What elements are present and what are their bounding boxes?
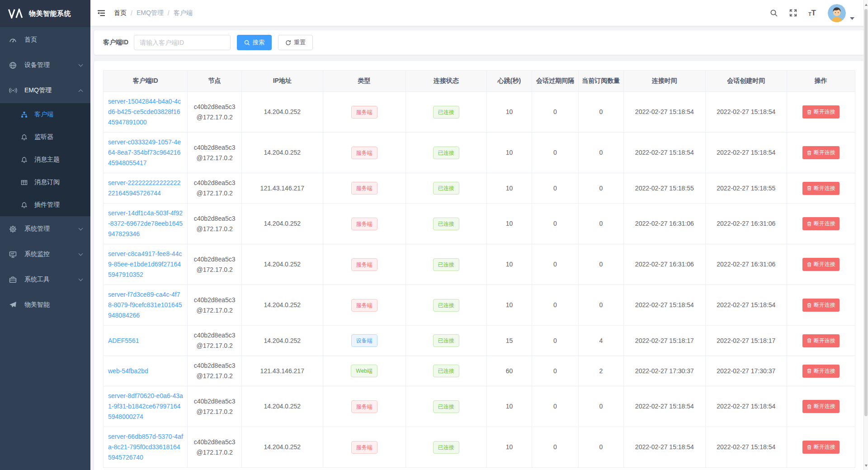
search-button[interactable]: 搜索 [237,35,272,50]
node-cell: c40b2d8ea5c3@172.17.0.2 [188,173,242,204]
avatar[interactable] [828,4,846,22]
client-id-link[interactable]: server-c8ca4917-fee8-44c9-85ee-e1bde1d69… [108,250,182,278]
fullscreen-icon[interactable] [789,9,797,17]
disconnect-button-label: 断开连接 [814,403,835,410]
client-id-link[interactable]: server-c0333249-1057-4e64-8ea7-354bf73c9… [108,138,181,166]
ip-cell: 14.204.0.252 [241,244,323,285]
action-cell: 断开连接 [787,92,855,133]
subscriptions-cell: 0 [578,204,623,244]
sidebar-item-topics[interactable]: 消息主题 [0,148,90,171]
type-cell: Web端 [323,356,406,386]
chevron-down-icon [79,277,83,281]
table-header-row: 客户端ID 节点 IP地址 类型 连接状态 心跳(秒) 会话过期间隔 当前订阅数… [104,71,855,92]
node-cell: c40b2d8ea5c3@172.17.0.2 [188,133,242,173]
reset-button[interactable]: 重置 [278,35,313,50]
toolbox-icon [9,276,20,284]
disconnect-button[interactable]: 断开连接 [802,258,840,271]
user-menu[interactable] [828,4,854,22]
sidebar-item-clients[interactable]: 客户端 [0,103,90,126]
sidebar-item-system-admin[interactable]: 系统管理 [0,216,90,242]
chevron-up-icon [79,89,83,94]
search-icon[interactable] [770,9,778,17]
col-type: 类型 [323,71,406,92]
scroll-up-arrow[interactable] [864,1,868,8]
page-scrollbar[interactable] [863,0,868,470]
type-cell: 服务端 [323,92,406,133]
client-id-input[interactable] [134,35,231,50]
status-badge: 已连接 [433,218,459,230]
client-id-link[interactable]: server-14df1c4a-503f-4f92-8372-69672de78… [108,209,183,237]
trash-icon [807,185,812,191]
type-cell: 服务端 [323,285,406,326]
col-subscriptions: 当前订阅数量 [578,71,623,92]
app-logo[interactable]: 物美智能系统 [0,0,90,27]
sidebar: 物美智能系统 首页 设备管理 EMQ管理 客户端 监 [0,0,90,470]
sidebar-item-label: 客户端 [34,110,53,119]
ip-cell: 121.43.146.217 [241,173,323,204]
font-size-icon[interactable]: TT [808,9,816,17]
session-create-time-cell: 2022-02-27 15:18:54 [705,133,787,173]
client-id-link[interactable]: server-8df70620-e0a6-43a1-9f31-b1842ce67… [108,392,183,420]
disconnect-button[interactable]: 断开连接 [802,299,840,312]
client-id-link[interactable]: server-222222222222222221645945726744 [108,179,180,197]
ip-cell: 14.204.0.252 [241,427,323,468]
bell-icon [21,134,31,141]
sidebar-item-listeners[interactable]: 监听器 [0,126,90,148]
table-row: server-15042844-b4a0-4cd6-b425-ce5cde038… [104,92,855,133]
sidebar-item-system-tools[interactable]: 系统工具 [0,267,90,292]
sitemap-icon [21,111,31,118]
status-cell: 已连接 [406,133,487,173]
sidebar-item-label: 监听器 [34,133,53,141]
sidebar-item-plugins[interactable]: 插件管理 [0,194,90,216]
session-create-time-cell: 2022-02-27 15:18:54 [705,386,787,427]
sidebar-fold-icon[interactable] [97,9,106,18]
client-id-link[interactable]: server-f7d3ce89-ca4c-4f78-8079-f9cefc831… [108,291,182,319]
bell-icon [21,157,31,163]
table-row: server-66db857d-5370-4afa-8c21-795f0cd33… [104,427,855,468]
sidebar-item-emq[interactable]: EMQ管理 [0,78,90,103]
client-id-cell: server-f7d3ce89-ca4c-4f78-8079-f9cefc831… [104,285,188,326]
scroll-down-arrow[interactable] [864,462,868,469]
sidebar-item-wumei[interactable]: 物美智能 [0,292,90,318]
disconnect-button[interactable]: 断开连接 [802,146,840,159]
type-cell: 服务端 [323,244,406,285]
action-cell: 断开连接 [787,244,855,285]
disconnect-button[interactable]: 断开连接 [802,105,840,119]
sidebar-item-system-monitor[interactable]: 系统监控 [0,242,90,267]
table-row: server-14df1c4a-503f-4f92-8372-69672de78… [104,204,855,244]
status-badge: 已连接 [433,299,459,312]
client-id-link[interactable]: server-15042844-b4a0-4cd6-b425-ce5cde038… [108,98,181,126]
disconnect-button[interactable]: 断开连接 [802,441,840,454]
breadcrumb-current: 客户端 [174,9,193,17]
subscriptions-cell: 0 [578,92,623,133]
monitor-icon [9,251,20,258]
broadcast-icon [9,86,20,95]
sidebar-item-label: 插件管理 [34,201,60,209]
scrollbar-thumb[interactable] [864,9,868,416]
subscriptions-cell: 0 [578,244,623,285]
client-id-link[interactable]: web-54fba2bd [108,367,148,375]
status-cell: 已连接 [406,386,487,427]
client-id-cell: ADEF5561 [104,326,188,356]
client-id-link[interactable]: server-66db857d-5370-4afa-8c21-795f0cd33… [108,433,183,461]
connect-time-cell: 2022-02-27 15:18:54 [623,92,705,133]
trash-icon [807,303,812,308]
sidebar-item-label: 消息订阅 [34,178,60,186]
sidebar-item-subscriptions[interactable]: 消息订阅 [0,171,90,194]
disconnect-button[interactable]: 断开连接 [802,365,840,378]
font-size-small-letter: T [808,12,811,17]
client-id-link[interactable]: ADEF5561 [108,337,139,344]
client-id-cell: server-8df70620-e0a6-43a1-9f31-b1842ce67… [104,386,188,427]
disconnect-button[interactable]: 断开连接 [802,334,840,347]
sidebar-item-devices[interactable]: 设备管理 [0,52,90,78]
disconnect-button-label: 断开连接 [814,108,835,116]
subscriptions-cell: 4 [578,326,623,356]
heartbeat-cell: 60 [487,356,532,386]
sidebar-item-home[interactable]: 首页 [0,27,90,52]
table-row: server-222222222222222221645945726744c40… [104,173,855,204]
disconnect-button[interactable]: 断开连接 [802,400,840,413]
disconnect-button[interactable]: 断开连接 [802,182,840,195]
disconnect-button[interactable]: 断开连接 [802,217,840,230]
breadcrumb-home[interactable]: 首页 [114,9,127,17]
disconnect-button-label: 断开连接 [814,185,835,192]
